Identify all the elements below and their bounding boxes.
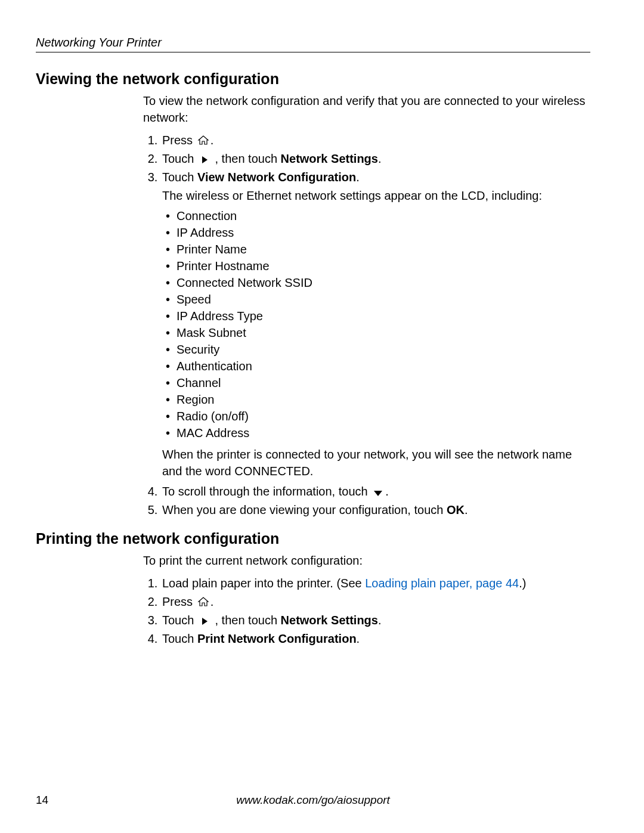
- text: .: [356, 171, 360, 184]
- text: Press: [162, 134, 196, 147]
- step3-desc: The wireless or Ethernet network setting…: [162, 187, 590, 204]
- section-heading-printing: Printing the network configuration: [36, 530, 590, 547]
- text: , then touch: [212, 614, 281, 627]
- page: Networking Your Printer Viewing the netw…: [0, 0, 644, 833]
- connected-note: When the printer is connected to your ne…: [162, 446, 590, 479]
- section2-steps: Load plain paper into the printer. (See …: [143, 575, 590, 647]
- text-bold: OK: [447, 503, 465, 516]
- running-header: Networking Your Printer: [36, 36, 590, 52]
- step: To scroll through the information, touch…: [161, 483, 590, 500]
- right-arrow-icon: [197, 151, 212, 162]
- step: Touch , then touch Network Settings.: [161, 612, 590, 628]
- text: Touch: [162, 171, 197, 184]
- text: .: [385, 485, 389, 498]
- list-item: IP Address Type: [166, 308, 590, 324]
- page-number: 14: [36, 794, 60, 807]
- list-item: Radio (on/off): [166, 408, 590, 425]
- text: .): [519, 577, 526, 590]
- text: .: [378, 152, 382, 165]
- list-item: Speed: [166, 291, 590, 308]
- svg-marker-4: [202, 618, 208, 625]
- home-icon: [196, 133, 210, 144]
- text: .: [465, 503, 468, 516]
- list-item: Connection: [166, 208, 590, 224]
- text-bold: Network Settings: [281, 152, 378, 165]
- home-icon: [196, 594, 210, 605]
- list-item: MAC Address: [166, 425, 590, 441]
- text: Load plain paper into the printer. (See: [162, 577, 365, 590]
- text: Touch: [162, 632, 197, 645]
- lcd-settings-list: Connection IP Address Printer Name Print…: [162, 208, 590, 441]
- text: When you are done viewing your configura…: [162, 503, 447, 516]
- list-item: Mask Subnet: [166, 324, 590, 341]
- svg-marker-2: [374, 491, 382, 496]
- text: Press: [162, 595, 196, 608]
- text: .: [378, 614, 382, 627]
- section-heading-viewing: Viewing the network configuration: [36, 70, 590, 88]
- list-item: Printer Hostname: [166, 258, 590, 274]
- list-item: Connected Network SSID: [166, 274, 590, 291]
- list-item: Authentication: [166, 358, 590, 374]
- svg-marker-0: [199, 136, 208, 144]
- svg-marker-3: [199, 597, 208, 606]
- step: Load plain paper into the printer. (See …: [161, 575, 590, 592]
- list-item: Security: [166, 341, 590, 358]
- step: Touch View Network Configuration. The wi…: [161, 169, 590, 479]
- text: Touch: [162, 614, 197, 627]
- page-footer: 14 www.kodak.com/go/aiosupport: [36, 794, 590, 807]
- footer-url: www.kodak.com/go/aiosupport: [60, 794, 566, 807]
- section2-body: To print the current network configurati…: [143, 552, 590, 647]
- step: Press .: [161, 593, 590, 610]
- text-bold: View Network Configuration: [197, 171, 356, 184]
- text: To scroll through the information, touch: [162, 485, 371, 498]
- section1-steps: Press . Touch , then touch Network Setti…: [143, 132, 590, 518]
- step: When you are done viewing your configura…: [161, 501, 590, 518]
- step: Touch , then touch Network Settings.: [161, 150, 590, 167]
- text: .: [357, 632, 360, 645]
- down-arrow-icon: [371, 484, 385, 495]
- step: Touch Print Network Configuration.: [161, 630, 590, 647]
- cross-ref-link[interactable]: Loading plain paper, page 44: [365, 577, 519, 590]
- text-bold: Network Settings: [281, 614, 378, 627]
- svg-marker-1: [202, 156, 208, 163]
- text-bold: Print Network Configuration: [197, 632, 357, 645]
- section1-intro: To view the network configuration and ve…: [143, 92, 590, 126]
- list-item: Region: [166, 391, 590, 408]
- step: Press .: [161, 132, 590, 148]
- list-item: Printer Name: [166, 241, 590, 258]
- text: Touch: [162, 152, 197, 165]
- section1-body: To view the network configuration and ve…: [143, 92, 590, 518]
- right-arrow-icon: [197, 613, 212, 624]
- text: .: [210, 595, 214, 608]
- text: .: [210, 134, 214, 147]
- text: , then touch: [212, 152, 281, 165]
- list-item: Channel: [166, 374, 590, 391]
- section2-intro: To print the current network configurati…: [143, 552, 590, 569]
- list-item: IP Address: [166, 224, 590, 241]
